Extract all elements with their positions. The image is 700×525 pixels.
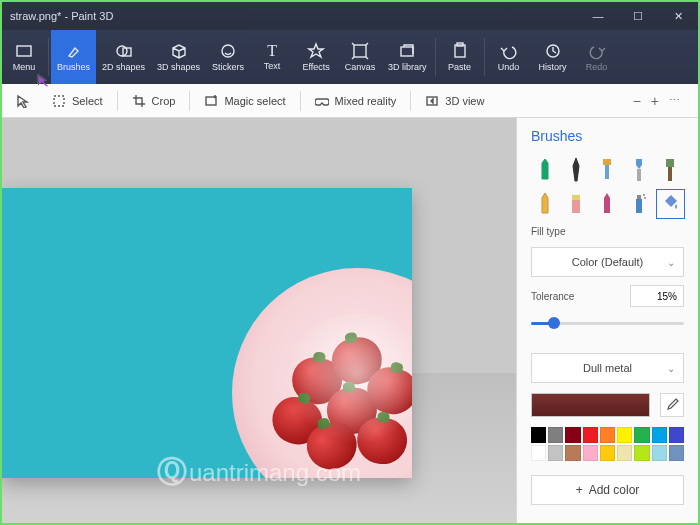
svg-point-3 <box>222 45 234 57</box>
3d-shapes-tab[interactable]: 3D shapes <box>151 30 206 84</box>
history-button[interactable]: History <box>531 30 575 84</box>
close-button[interactable]: ✕ <box>658 2 698 30</box>
palette-swatch[interactable] <box>600 427 615 443</box>
palette-swatch[interactable] <box>634 427 649 443</box>
palette-swatch[interactable] <box>600 445 615 461</box>
brushes-tab[interactable]: Brushes <box>51 30 96 84</box>
magic-select-tool[interactable]: Magic select <box>196 90 293 112</box>
canvas-icon <box>351 42 369 60</box>
brush-eraser[interactable] <box>562 190 589 218</box>
palette-swatch[interactable] <box>669 427 684 443</box>
select-label: Select <box>72 95 103 107</box>
svg-rect-20 <box>637 195 641 199</box>
crop-label: Crop <box>152 95 176 107</box>
mixed-reality-tool[interactable]: Mixed reality <box>307 90 405 112</box>
separator <box>189 91 190 111</box>
tolerance-slider[interactable] <box>531 315 684 331</box>
palette-swatch[interactable] <box>583 445 598 461</box>
palette-swatch[interactable] <box>583 427 598 443</box>
palette-swatch[interactable] <box>531 445 546 461</box>
select-icon <box>52 94 66 108</box>
brush-fill[interactable] <box>657 190 684 218</box>
palette-swatch[interactable] <box>617 445 632 461</box>
chevron-down-icon: ⌄ <box>667 257 675 268</box>
svg-rect-14 <box>637 169 641 181</box>
tolerance-input[interactable] <box>630 285 684 307</box>
magic-select-icon <box>204 94 218 108</box>
palette-swatch[interactable] <box>652 445 667 461</box>
paste-icon <box>451 42 469 60</box>
maximize-button[interactable]: ☐ <box>618 2 658 30</box>
stickers-label: Stickers <box>212 62 244 72</box>
text-tab[interactable]: T Text <box>250 30 294 84</box>
paste-button[interactable]: Paste <box>438 30 482 84</box>
eyedropper-button[interactable] <box>660 393 684 417</box>
fill-type-select[interactable]: Color (Default) ⌄ <box>531 247 684 277</box>
fill-type-label: Fill type <box>531 226 684 237</box>
palette-swatch[interactable] <box>617 427 632 443</box>
effects-tab[interactable]: Effects <box>294 30 338 84</box>
3d-view-icon <box>425 94 439 108</box>
palette-swatch[interactable] <box>669 445 684 461</box>
side-panel-title: Brushes <box>531 128 684 144</box>
brush-marker[interactable] <box>531 156 558 184</box>
brush-spray[interactable] <box>625 190 652 218</box>
separator <box>410 91 411 111</box>
undo-button[interactable]: Undo <box>487 30 531 84</box>
svg-rect-0 <box>17 46 31 56</box>
menu-icon <box>15 42 33 60</box>
zoom-more-button[interactable]: ⋯ <box>669 94 682 107</box>
zoom-in-button[interactable]: + <box>651 93 659 109</box>
effects-icon <box>307 42 325 60</box>
image-strawberry <box>289 355 345 408</box>
minimize-button[interactable]: — <box>578 2 618 30</box>
brush-picker <box>531 156 684 218</box>
3d-view-tool[interactable]: 3D view <box>417 90 492 112</box>
2d-shapes-tab[interactable]: 2D shapes <box>96 30 151 84</box>
canvas-viewport[interactable]: Ⓠuantrimang.com <box>2 118 516 523</box>
menu-button[interactable]: Menu <box>2 30 46 84</box>
select-tool[interactable]: Select <box>44 90 111 112</box>
text-label: Text <box>264 61 281 71</box>
zoom-out-button[interactable]: − <box>633 93 641 109</box>
3d-library-tab[interactable]: 3D library <box>382 30 433 84</box>
svg-point-21 <box>643 194 645 196</box>
brush-watercolor[interactable] <box>625 156 652 184</box>
brush-icon <box>65 42 83 60</box>
palette-swatch[interactable] <box>548 427 563 443</box>
palette-swatch[interactable] <box>565 445 580 461</box>
svg-rect-6 <box>455 45 465 57</box>
palette-swatch[interactable] <box>531 427 546 443</box>
material-select[interactable]: Dull metal ⌄ <box>531 353 684 383</box>
svg-rect-15 <box>666 159 674 167</box>
svg-rect-19 <box>636 199 642 213</box>
material-value: Dull metal <box>583 362 632 374</box>
pointer-tool[interactable] <box>8 90 38 112</box>
redo-button[interactable]: Redo <box>575 30 619 84</box>
svg-rect-9 <box>54 96 64 106</box>
palette-swatch[interactable] <box>565 427 580 443</box>
palette-swatch[interactable] <box>652 427 667 443</box>
current-color-swatch[interactable] <box>531 393 650 417</box>
stickers-tab[interactable]: Stickers <box>206 30 250 84</box>
magic-select-label: Magic select <box>224 95 285 107</box>
canvas-image[interactable] <box>2 188 412 478</box>
brush-oil[interactable] <box>594 156 621 184</box>
3d-library-icon <box>398 42 416 60</box>
canvas-tab[interactable]: Canvas <box>338 30 382 84</box>
2d-shapes-icon <box>115 42 133 60</box>
brush-pencil[interactable] <box>531 190 558 218</box>
window-title: straw.png* - Paint 3D <box>2 10 578 22</box>
3d-shapes-icon <box>170 42 188 60</box>
palette-swatch[interactable] <box>634 445 649 461</box>
brush-crayon[interactable] <box>594 190 621 218</box>
brushes-label: Brushes <box>57 62 90 72</box>
eyedropper-icon <box>665 398 679 412</box>
sub-toolbar: Select Crop Magic select Mixed reality 3… <box>2 84 698 118</box>
brush-calligraphy[interactable] <box>562 156 589 184</box>
2d-shapes-label: 2D shapes <box>102 62 145 72</box>
crop-tool[interactable]: Crop <box>124 90 184 112</box>
add-color-button[interactable]: + Add color <box>531 475 684 505</box>
palette-swatch[interactable] <box>548 445 563 461</box>
brush-pixel[interactable] <box>657 156 684 184</box>
